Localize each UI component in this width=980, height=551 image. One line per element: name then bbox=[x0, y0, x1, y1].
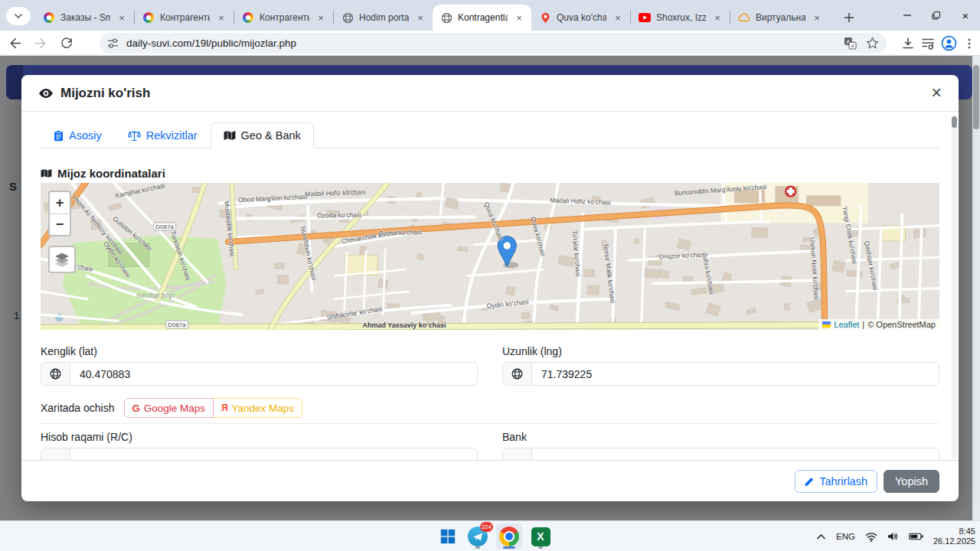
tab-close-icon[interactable]: × bbox=[414, 11, 426, 24]
street-label: Madali Hofiz ko'chasi bbox=[305, 188, 366, 198]
tab-label: Hodim portali bbox=[359, 12, 409, 23]
account-addon-icon bbox=[41, 448, 70, 460]
minimize-icon bbox=[903, 11, 912, 20]
street-label: To'ralar ko'chasi bbox=[570, 230, 582, 276]
bank-input-group[interactable] bbox=[502, 448, 939, 460]
browser-scrollbar-thumb[interactable] bbox=[973, 65, 979, 129]
browser-tab-youtube[interactable]: Shoxrux, Izzat S × bbox=[631, 5, 730, 31]
site-info-icon[interactable] bbox=[107, 37, 119, 49]
tray-date: 26.12.2025 bbox=[933, 536, 975, 546]
battery-icon[interactable] bbox=[909, 533, 923, 540]
tab-close-icon[interactable]: × bbox=[711, 11, 724, 24]
street-label: Qashqar ko'chasi bbox=[863, 240, 879, 291]
browser-tab-hodim-portali[interactable]: Hodim portali × bbox=[334, 5, 433, 31]
youtube-favicon bbox=[639, 11, 651, 24]
tab-search-button[interactable] bbox=[6, 7, 31, 25]
map-layers-control[interactable] bbox=[48, 246, 76, 273]
leaflet-link[interactable]: Leaflet bbox=[834, 320, 859, 329]
road-ref-badge: D087a bbox=[165, 321, 188, 329]
browser-tab-kontragenty-1[interactable]: Контрагенты - S × bbox=[135, 5, 234, 31]
omnibox[interactable]: daily-suvi.com/19l/public/mijozlar.php A… bbox=[100, 33, 887, 54]
telegram-taskbar-button[interactable]: 224 bbox=[466, 523, 489, 549]
download-icon[interactable] bbox=[901, 37, 915, 51]
attribution-separator: | bbox=[862, 320, 864, 329]
tab-geo-bank[interactable]: Geo & Bank bbox=[211, 122, 314, 148]
tab-close-icon[interactable]: × bbox=[215, 11, 227, 24]
window-minimize-button[interactable] bbox=[893, 0, 922, 31]
tab-close-icon[interactable]: × bbox=[612, 11, 624, 24]
zoom-in-button[interactable]: + bbox=[50, 192, 70, 214]
browser-tab-quva-kochasi[interactable]: Quva ko'chasi, 2 × bbox=[531, 5, 630, 31]
modal-title: Mijozni ko'rish bbox=[60, 86, 150, 101]
leaflet-map[interactable]: Kamjihat ko'chasiImom Al-Termiziy ko'cha… bbox=[41, 183, 939, 330]
mijozni-korish-modal: Mijozni ko'rish × Asosiy Rekvizitlar Geo… bbox=[21, 75, 959, 501]
layers-icon bbox=[54, 252, 70, 267]
section-title-text: Mijoz koordinatalari bbox=[57, 167, 165, 180]
tab-close-icon[interactable]: × bbox=[811, 11, 823, 24]
account-input[interactable] bbox=[70, 448, 477, 460]
street-label: Oydin ko'chasi bbox=[486, 298, 529, 310]
yopish-button[interactable]: Yopish bbox=[884, 470, 939, 493]
lng-input-group: 71.739225 bbox=[502, 362, 939, 386]
tahrirlash-button[interactable]: Tahrirlash bbox=[795, 470, 877, 493]
system-tray: ENG 8:45 26.12.2025 bbox=[816, 521, 975, 551]
google-maps-button[interactable]: G Google Maps bbox=[124, 398, 214, 418]
street-label: Oriqzor ko'chasi bbox=[658, 250, 705, 260]
new-tab-button[interactable] bbox=[839, 8, 859, 28]
street-label: Ahmad Yassaviy ko'chasi bbox=[362, 321, 446, 329]
osm-link[interactable]: © OpenStreetMap bbox=[867, 320, 936, 329]
tab-asosiy[interactable]: Asosiy bbox=[41, 122, 115, 148]
tab-close-icon[interactable]: × bbox=[116, 11, 128, 24]
forward-button[interactable] bbox=[29, 32, 52, 54]
browser-scrollbar[interactable] bbox=[972, 56, 980, 520]
tray-clock[interactable]: 8:45 26.12.2025 bbox=[933, 527, 975, 546]
running-indicator-active bbox=[503, 546, 515, 549]
yandex-maps-button[interactable]: Я Yandex Maps bbox=[214, 398, 302, 418]
tab-close-icon[interactable]: × bbox=[513, 11, 525, 24]
street-label: Istirohat bog'i bbox=[136, 292, 175, 299]
bank-addon-icon bbox=[503, 448, 532, 460]
browser-tab-kontragentlar-active[interactable]: Kontragentlar — × bbox=[433, 5, 531, 31]
street-label: Turkiston ko'chasi bbox=[169, 230, 192, 281]
language-indicator[interactable]: ENG bbox=[836, 532, 855, 541]
browser-tab-virtual-ats[interactable]: Виртуальная АТ × bbox=[730, 5, 829, 31]
street-label: Temur Malik ko'chasi bbox=[602, 243, 617, 303]
chrome-taskbar-button[interactable] bbox=[496, 523, 522, 549]
tab-rekvizitlar[interactable]: Rekvizitlar bbox=[115, 122, 211, 148]
street-label: Kamjihat ko'chasi bbox=[115, 183, 166, 200]
wifi-icon[interactable] bbox=[865, 532, 877, 542]
speaker-icon[interactable] bbox=[887, 532, 899, 541]
street-label: Zuhro ko'chasi bbox=[701, 252, 715, 295]
section-divider bbox=[41, 423, 939, 424]
modal-close-icon[interactable]: × bbox=[932, 84, 942, 102]
media-controls-icon[interactable] bbox=[921, 37, 935, 51]
kebab-menu-icon[interactable] bbox=[963, 37, 975, 50]
bookmark-star-icon[interactable] bbox=[866, 37, 879, 50]
excel-taskbar-button[interactable]: X bbox=[529, 523, 552, 549]
window-maximize-button[interactable] bbox=[922, 0, 951, 31]
account-input-group[interactable] bbox=[41, 448, 478, 460]
reload-button[interactable] bbox=[55, 32, 78, 54]
profile-avatar-icon[interactable] bbox=[941, 35, 957, 51]
modal-scrollbar[interactable] bbox=[952, 115, 957, 458]
taskbar-center-icons: 224 X bbox=[436, 521, 552, 551]
browser-toolbar: daily-suvi.com/19l/public/mijozlar.php A… bbox=[0, 31, 980, 56]
street-label: Quva ko'chasi bbox=[482, 201, 505, 241]
zoom-out-button[interactable]: − bbox=[50, 214, 70, 235]
plus-icon bbox=[844, 12, 854, 23]
browser-tabs: Заказы - Smartu × Контрагенты - S × Конт… bbox=[35, 5, 829, 31]
lat-input[interactable]: 40.470883 bbox=[70, 363, 477, 385]
bank-input[interactable] bbox=[532, 448, 939, 460]
browser-tab-kontragenty-2[interactable]: Контрагенты - S × bbox=[234, 5, 333, 31]
tray-chevron-up-icon[interactable] bbox=[816, 533, 826, 540]
browser-tab-zakazy[interactable]: Заказы - Smartu × bbox=[35, 5, 134, 31]
tab-close-icon[interactable]: × bbox=[315, 11, 327, 24]
back-button[interactable] bbox=[3, 32, 26, 54]
coords-row: Kenglik (lat) 40.470883 Uzunlik (lng) bbox=[41, 345, 939, 386]
lng-input[interactable]: 71.739225 bbox=[532, 363, 939, 385]
start-button[interactable] bbox=[436, 523, 459, 549]
window-close-button[interactable]: × bbox=[951, 0, 980, 31]
translate-icon[interactable]: Aa bbox=[844, 37, 857, 50]
modal-scrollbar-thumb[interactable] bbox=[952, 116, 957, 128]
street-label: Yangi Chek ko'chasi bbox=[841, 206, 858, 265]
